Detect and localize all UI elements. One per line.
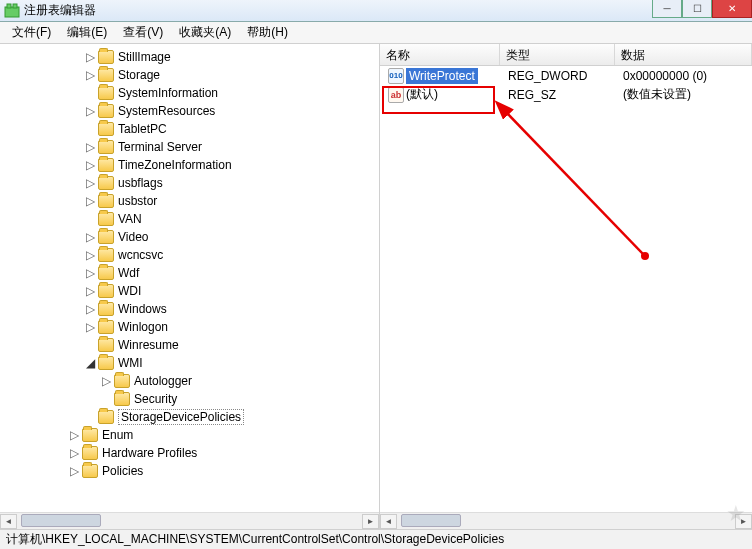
expander-collapsed-icon[interactable]: ▷ bbox=[84, 285, 96, 297]
folder-icon bbox=[98, 284, 114, 298]
expander-collapsed-icon[interactable]: ▷ bbox=[100, 375, 112, 387]
menu-view[interactable]: 查看(V) bbox=[115, 22, 171, 43]
tree-item[interactable]: ▷Wdf bbox=[4, 264, 379, 282]
menu-file[interactable]: 文件(F) bbox=[4, 22, 59, 43]
value-data: 0x00000000 (0) bbox=[619, 69, 752, 83]
tree-scroll-thumb[interactable] bbox=[21, 514, 101, 527]
folder-icon bbox=[98, 356, 114, 370]
tree-item[interactable]: ▷StillImage bbox=[4, 48, 379, 66]
menu-favorites[interactable]: 收藏夹(A) bbox=[171, 22, 239, 43]
tree-item-label: SystemResources bbox=[118, 104, 215, 118]
tree-item[interactable]: ▷SystemResources bbox=[4, 102, 379, 120]
expander-collapsed-icon[interactable]: ▷ bbox=[84, 303, 96, 315]
scroll-right-button[interactable]: ► bbox=[362, 514, 379, 529]
list-body[interactable]: 010WriteProtectREG_DWORD0x00000000 (0)ab… bbox=[380, 66, 752, 529]
tree-item[interactable]: ▷Winlogon bbox=[4, 318, 379, 336]
tree-item-label: Windows bbox=[118, 302, 167, 316]
tree-item[interactable]: ▷usbflags bbox=[4, 174, 379, 192]
svg-rect-2 bbox=[13, 4, 17, 8]
tree-item[interactable]: SystemInformation bbox=[4, 84, 379, 102]
svg-line-3 bbox=[505, 111, 645, 256]
minimize-button[interactable]: ─ bbox=[652, 0, 682, 18]
tree-item-label: Hardware Profiles bbox=[102, 446, 197, 460]
value-type: REG_DWORD bbox=[504, 69, 619, 83]
value-row[interactable]: ab(默认)REG_SZ(数值未设置) bbox=[380, 85, 752, 104]
folder-icon bbox=[98, 194, 114, 208]
expander-collapsed-icon[interactable]: ▷ bbox=[84, 69, 96, 81]
tree-item[interactable]: TabletPC bbox=[4, 120, 379, 138]
list-header: 名称 类型 数据 bbox=[380, 44, 752, 66]
tree-item[interactable]: ▷Policies bbox=[4, 462, 379, 480]
list-scroll-left-button[interactable]: ◄ bbox=[380, 514, 397, 529]
folder-icon bbox=[98, 230, 114, 244]
folder-icon bbox=[98, 122, 114, 136]
tree-inner[interactable]: ▷StillImage▷StorageSystemInformation▷Sys… bbox=[0, 44, 379, 484]
tree-item[interactable]: ▷usbstor bbox=[4, 192, 379, 210]
title-bar: 注册表编辑器 ─ ☐ ✕ bbox=[0, 0, 752, 22]
tree-item[interactable]: ▷Enum bbox=[4, 426, 379, 444]
expander-collapsed-icon[interactable]: ▷ bbox=[84, 249, 96, 261]
expander-expanded-icon[interactable]: ◢ bbox=[84, 357, 96, 369]
tree-item[interactable]: Winresume bbox=[4, 336, 379, 354]
tree-panel: ▷StillImage▷StorageSystemInformation▷Sys… bbox=[0, 44, 380, 529]
tree-item[interactable]: VAN bbox=[4, 210, 379, 228]
expander-collapsed-icon[interactable]: ▷ bbox=[84, 159, 96, 171]
tree-item-label: Video bbox=[118, 230, 148, 244]
status-path: 计算机\HKEY_LOCAL_MACHINE\SYSTEM\CurrentCon… bbox=[6, 531, 504, 548]
annotation-arrow bbox=[380, 66, 750, 529]
value-type: REG_SZ bbox=[504, 88, 619, 102]
scroll-left-button[interactable]: ◄ bbox=[0, 514, 17, 529]
column-header-name[interactable]: 名称 bbox=[380, 44, 500, 65]
tree-item-label: SystemInformation bbox=[118, 86, 218, 100]
tree-item[interactable]: Security bbox=[4, 390, 379, 408]
expander-collapsed-icon[interactable]: ▷ bbox=[84, 195, 96, 207]
string-value-icon: ab bbox=[388, 87, 404, 103]
column-header-data[interactable]: 数据 bbox=[615, 44, 752, 65]
tree-item-label: WMI bbox=[118, 356, 143, 370]
tree-item-label: Autologger bbox=[134, 374, 192, 388]
tree-item-label: Wdf bbox=[118, 266, 139, 280]
list-scroll-thumb[interactable] bbox=[401, 514, 461, 527]
expander-none bbox=[100, 393, 112, 405]
close-button[interactable]: ✕ bbox=[712, 0, 752, 18]
tree-item-label: StorageDevicePolicies bbox=[118, 409, 244, 425]
expander-collapsed-icon[interactable]: ▷ bbox=[68, 465, 80, 477]
tree-item[interactable]: ▷Autologger bbox=[4, 372, 379, 390]
expander-collapsed-icon[interactable]: ▷ bbox=[68, 447, 80, 459]
tree-item[interactable]: ▷Video bbox=[4, 228, 379, 246]
tree-item[interactable]: StorageDevicePolicies bbox=[4, 408, 379, 426]
list-hscrollbar[interactable]: ◄ ► bbox=[380, 512, 752, 529]
folder-icon bbox=[98, 410, 114, 424]
value-row[interactable]: 010WriteProtectREG_DWORD0x00000000 (0) bbox=[380, 66, 752, 85]
list-scroll-right-button[interactable]: ► bbox=[735, 514, 752, 529]
expander-collapsed-icon[interactable]: ▷ bbox=[84, 51, 96, 63]
tree-item[interactable]: ▷TimeZoneInformation bbox=[4, 156, 379, 174]
tree-item[interactable]: ◢WMI bbox=[4, 354, 379, 372]
menu-help[interactable]: 帮助(H) bbox=[239, 22, 296, 43]
expander-collapsed-icon[interactable]: ▷ bbox=[84, 177, 96, 189]
svg-point-4 bbox=[641, 252, 649, 260]
expander-none bbox=[84, 411, 96, 423]
expander-collapsed-icon[interactable]: ▷ bbox=[84, 267, 96, 279]
menu-edit[interactable]: 编辑(E) bbox=[59, 22, 115, 43]
tree-item[interactable]: ▷wcncsvc bbox=[4, 246, 379, 264]
expander-collapsed-icon[interactable]: ▷ bbox=[84, 231, 96, 243]
tree-item[interactable]: ▷Hardware Profiles bbox=[4, 444, 379, 462]
maximize-button[interactable]: ☐ bbox=[682, 0, 712, 18]
status-bar: 计算机\HKEY_LOCAL_MACHINE\SYSTEM\CurrentCon… bbox=[0, 529, 752, 549]
tree-item[interactable]: ▷Windows bbox=[4, 300, 379, 318]
tree-item-label: Winresume bbox=[118, 338, 179, 352]
column-header-type[interactable]: 类型 bbox=[500, 44, 615, 65]
expander-collapsed-icon[interactable]: ▷ bbox=[84, 105, 96, 117]
tree-hscrollbar[interactable]: ◄ ► bbox=[0, 512, 379, 529]
expander-collapsed-icon[interactable]: ▷ bbox=[84, 321, 96, 333]
expander-collapsed-icon[interactable]: ▷ bbox=[84, 141, 96, 153]
folder-icon bbox=[98, 50, 114, 64]
folder-icon bbox=[98, 68, 114, 82]
value-data: (数值未设置) bbox=[619, 86, 752, 103]
tree-item[interactable]: ▷WDI bbox=[4, 282, 379, 300]
tree-item[interactable]: ▷Storage bbox=[4, 66, 379, 84]
tree-item[interactable]: ▷Terminal Server bbox=[4, 138, 379, 156]
expander-collapsed-icon[interactable]: ▷ bbox=[68, 429, 80, 441]
dword-value-icon: 010 bbox=[388, 68, 404, 84]
